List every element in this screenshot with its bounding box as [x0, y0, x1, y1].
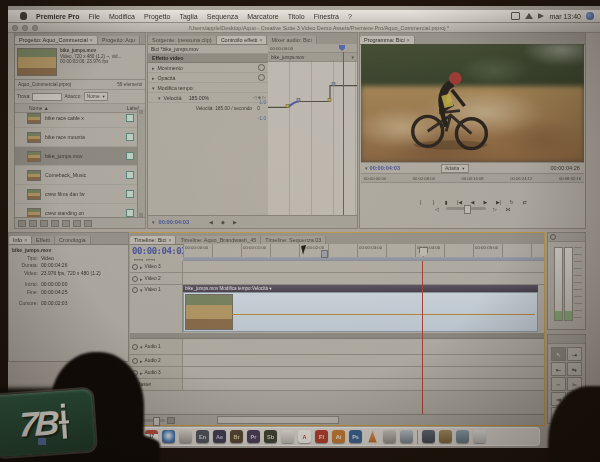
- horizontal-scrollbar[interactable]: [130, 414, 544, 425]
- dock-illustrator[interactable]: Ai: [332, 430, 345, 443]
- label-swatch[interactable]: [126, 114, 134, 122]
- prev-keyframe-button[interactable]: ◀: [207, 219, 215, 225]
- expand-icon[interactable]: [140, 276, 143, 282]
- tab-project-aquo-commercial[interactable]: Progetto: Aquo_Commercial: [15, 36, 98, 44]
- tool-selection[interactable]: ↖: [551, 347, 566, 361]
- sequence-marker[interactable]: [321, 250, 328, 258]
- keyframe-graph-area[interactable]: 00:00:00:00 bike_jumps.mov: [268, 44, 357, 216]
- effect-row-motion[interactable]: Movimento: [148, 63, 268, 73]
- set-in-button[interactable]: {: [417, 199, 425, 205]
- display-menu-icon[interactable]: [511, 12, 520, 20]
- track-mute-toggle-icon[interactable]: [132, 358, 138, 364]
- menu-finestra[interactable]: Finestra: [314, 13, 339, 20]
- tab-timeline-sequenza03[interactable]: Timeline: Sequenza 03: [261, 236, 326, 244]
- speed-value[interactable]: 185.00%: [189, 95, 209, 101]
- menu-modifica[interactable]: Modifica: [109, 13, 135, 20]
- jog-left-button[interactable]: ◁: [433, 206, 441, 212]
- menu-marcatore[interactable]: Marcatore: [247, 13, 279, 20]
- track-output-toggle-icon[interactable]: [132, 276, 138, 282]
- expand-icon[interactable]: [140, 358, 143, 364]
- dock-soundbooth[interactable]: Sb: [264, 430, 277, 443]
- tool-ripple-edit[interactable]: ⇤: [551, 362, 566, 376]
- label-swatch[interactable]: [126, 190, 134, 198]
- dock-trash[interactable]: [473, 430, 486, 443]
- zoom-level-dropdown[interactable]: Adatta: [441, 164, 469, 173]
- effect-row-opacity[interactable]: Opacità: [148, 73, 268, 83]
- dock-vlc[interactable]: [366, 430, 379, 443]
- effect-cti-timecode[interactable]: 00:00:04:03: [159, 219, 189, 225]
- dock-flash[interactable]: Fl: [315, 430, 328, 443]
- zoom-in-icon[interactable]: [167, 417, 175, 424]
- collapse-icon[interactable]: [140, 344, 143, 350]
- minimize-window-button[interactable]: [22, 25, 28, 31]
- volume-icon[interactable]: [538, 13, 544, 19]
- collapse-icon[interactable]: [152, 85, 155, 91]
- sort-dropdown[interactable]: Nome: [84, 92, 108, 101]
- find-icon[interactable]: [51, 220, 59, 227]
- automate-icon[interactable]: [40, 220, 48, 227]
- menu-titolo[interactable]: Titolo: [288, 13, 305, 20]
- dock-folder-brown[interactable]: [439, 430, 452, 443]
- collapse-icon[interactable]: [158, 95, 161, 101]
- effect-row-time-remap[interactable]: Modifica tempo:: [148, 83, 268, 93]
- timeline-ruler[interactable]: 00:00:00:00 00:00:01:00 00:00:02:00 00:0…: [183, 244, 544, 258]
- track-video-1[interactable]: Video 1 bike_jumps.mov Modifica tempo:Ve…: [130, 285, 544, 334]
- delete-icon[interactable]: [84, 220, 92, 227]
- close-icon[interactable]: [407, 37, 410, 43]
- tab-timeline-brandwash[interactable]: Timeline: Aquo_Brandwash_45: [176, 236, 261, 244]
- close-icon[interactable]: [260, 37, 263, 43]
- tool-rate-stretch[interactable]: ↔: [551, 377, 566, 391]
- playhead-line[interactable]: [422, 261, 423, 414]
- track-mute-toggle-icon[interactable]: [132, 344, 138, 350]
- playhead-marker-icon[interactable]: [339, 45, 345, 51]
- dock-after-effects[interactable]: Ae: [213, 430, 226, 443]
- video-effects-section[interactable]: Effetto video: [148, 54, 268, 63]
- tab-timeline-bici[interactable]: Timeline: Bici: [130, 236, 176, 244]
- dock-encore[interactable]: En: [196, 430, 209, 443]
- label-swatch[interactable]: [126, 171, 134, 179]
- vertical-scrollbar[interactable]: [137, 109, 145, 218]
- menu-file[interactable]: File: [89, 13, 100, 20]
- menu-taglia[interactable]: Taglia: [179, 13, 197, 20]
- tab-program-monitor[interactable]: Programma: Bici: [360, 36, 415, 44]
- dock-premiere[interactable]: Pr: [247, 430, 260, 443]
- program-cti-timecode[interactable]: 00:00:04:03: [370, 165, 400, 171]
- list-item[interactable]: bike race cable x: [15, 109, 138, 128]
- label-swatch[interactable]: [126, 133, 134, 141]
- menu-help[interactable]: ?: [348, 13, 352, 20]
- dock-folder-blue[interactable]: [456, 430, 469, 443]
- collapse-icon[interactable]: [140, 287, 143, 293]
- export-frame-button[interactable]: ⋈: [504, 206, 512, 212]
- next-keyframe-button[interactable]: ▶: [231, 219, 239, 225]
- list-item[interactable]: Comeback_Music: [15, 166, 138, 185]
- list-item[interactable]: crew standing on: [15, 204, 138, 218]
- new-item-icon[interactable]: [73, 220, 81, 227]
- track-audio-3[interactable]: Audio 3: [130, 367, 544, 379]
- marker-button[interactable]: ▮: [443, 199, 451, 205]
- zoom-slider[interactable]: [143, 419, 165, 422]
- dock-photoshop[interactable]: Ps: [349, 430, 362, 443]
- add-keyframe-button[interactable]: ◆: [219, 219, 227, 225]
- playhead-line[interactable]: [343, 52, 344, 216]
- close-icon[interactable]: [169, 237, 172, 243]
- set-out-button[interactable]: }: [430, 199, 438, 205]
- dock-acrobat[interactable]: A: [298, 430, 311, 443]
- close-icon[interactable]: [90, 37, 93, 43]
- menu-progetto[interactable]: Progetto: [144, 13, 170, 20]
- stopwatch-icon[interactable]: [258, 64, 265, 71]
- tab-source-monitor[interactable]: Sorgente: (nessuna clip): [148, 36, 217, 44]
- label-swatch[interactable]: [126, 152, 134, 160]
- tab-info[interactable]: Info: [9, 236, 32, 244]
- list-item[interactable]: crew films dan lw: [15, 185, 138, 204]
- track-audio-1[interactable]: Audio 1: [130, 339, 544, 355]
- track-video-3[interactable]: Video 3: [130, 261, 544, 273]
- timeline-cti-timecode[interactable]: 00:00:04:03: [132, 246, 186, 256]
- tool-rolling-edit[interactable]: ⇆: [567, 362, 582, 376]
- tab-effect-controls[interactable]: Controllo effetti: [217, 36, 268, 44]
- spotlight-icon[interactable]: [586, 12, 594, 20]
- stopwatch-icon[interactable]: [258, 74, 265, 81]
- tool-track-select[interactable]: ⇥: [567, 347, 582, 361]
- apple-menu-icon[interactable]: [20, 12, 27, 20]
- track-master[interactable]: Master: [130, 379, 544, 391]
- clip-body[interactable]: [183, 292, 538, 332]
